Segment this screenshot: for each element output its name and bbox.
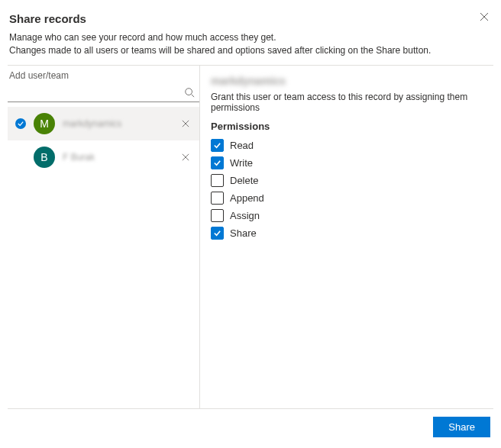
permission-label: Write [230,157,253,169]
checkbox-assign[interactable] [211,209,224,222]
dialog-footer: Share [8,409,493,440]
close-button[interactable] [477,9,492,24]
permission-row-append: Append [211,189,483,207]
permissions-instruction: Grant this user or team access to this r… [211,92,483,113]
remove-user-button[interactable] [179,151,192,163]
share-button[interactable]: Share [433,417,490,437]
permission-row-write: Write [211,154,483,172]
checkbox-read[interactable] [211,139,224,152]
permission-row-assign: Assign [211,207,483,224]
svg-point-0 [186,89,192,95]
permission-label: Share [230,227,257,239]
close-icon [182,120,189,127]
checkbox-delete[interactable] [211,174,224,187]
right-pane: markdynamics Grant this user or team acc… [199,66,493,408]
dialog-description-2: Changes made to all users or teams will … [9,44,492,57]
checkbox-append[interactable] [211,192,224,205]
permission-row-delete: Delete [211,172,483,189]
add-user-label: Add user/team [8,66,199,84]
user-name: markdynamics [63,118,172,129]
dialog-body: Add user/team M markdynamics [8,65,493,409]
left-pane: Add user/team M markdynamics [8,66,199,408]
user-list: M markdynamics B F Burak [8,107,199,174]
selected-indicator-empty [15,152,26,163]
dialog-description-1: Manage who can see your record and how m… [9,31,492,44]
selected-user-heading: markdynamics [211,75,483,87]
permission-label: Append [230,192,264,204]
permission-label: Assign [230,210,260,221]
user-row[interactable]: M markdynamics [8,107,199,140]
checkbox-share[interactable] [211,227,224,240]
permission-label: Read [230,140,254,151]
search-icon [184,87,195,98]
permission-row-read: Read [211,137,483,154]
dialog-title: Share records [9,12,492,25]
selected-indicator [15,118,26,129]
permission-label: Delete [230,175,259,186]
remove-user-button[interactable] [179,118,192,130]
share-dialog: Share records Manage who can see your re… [0,0,501,448]
close-icon [480,12,489,21]
permissions-heading: Permissions [211,121,483,132]
avatar: B [34,147,55,168]
close-icon [182,153,189,161]
checkbox-write[interactable] [211,156,224,169]
dialog-header: Share records Manage who can see your re… [8,8,493,65]
permission-row-share: Share [211,224,483,242]
svg-line-1 [192,95,195,98]
search-field[interactable] [8,84,199,102]
avatar: M [34,113,55,134]
user-name: F Burak [63,152,172,163]
search-input[interactable] [9,87,184,98]
user-row[interactable]: B F Burak [8,140,199,174]
